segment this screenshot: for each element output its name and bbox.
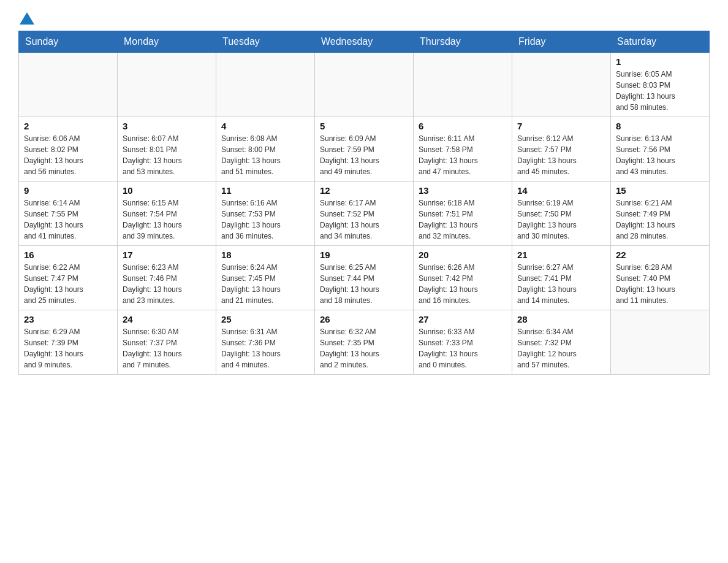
day-number: 25 xyxy=(221,314,309,324)
day-number: 16 xyxy=(24,250,112,260)
day-info: Sunrise: 6:16 AM Sunset: 7:53 PM Dayligh… xyxy=(221,197,309,242)
calendar-cell xyxy=(512,53,611,117)
weekday-header-thursday: Thursday xyxy=(414,31,512,53)
calendar-week-2: 2Sunrise: 6:06 AM Sunset: 8:02 PM Daylig… xyxy=(19,117,710,182)
day-info: Sunrise: 6:27 AM Sunset: 7:41 PM Dayligh… xyxy=(517,262,605,306)
weekday-header-sunday: Sunday xyxy=(19,31,118,53)
day-info: Sunrise: 6:31 AM Sunset: 7:36 PM Dayligh… xyxy=(221,326,309,370)
day-info: Sunrise: 6:09 AM Sunset: 7:59 PM Dayligh… xyxy=(320,133,408,177)
calendar-week-4: 16Sunrise: 6:22 AM Sunset: 7:47 PM Dayli… xyxy=(19,246,710,310)
day-info: Sunrise: 6:15 AM Sunset: 7:54 PM Dayligh… xyxy=(123,197,211,242)
day-number: 8 xyxy=(616,121,704,131)
day-info: Sunrise: 6:33 AM Sunset: 7:33 PM Dayligh… xyxy=(419,326,507,370)
day-number: 11 xyxy=(221,185,309,196)
calendar-cell: 15Sunrise: 6:21 AM Sunset: 7:49 PM Dayli… xyxy=(611,182,710,246)
logo xyxy=(18,12,36,25)
weekday-header-wednesday: Wednesday xyxy=(315,31,414,53)
calendar-cell xyxy=(414,53,512,117)
calendar-cell: 8Sunrise: 6:13 AM Sunset: 7:56 PM Daylig… xyxy=(611,117,710,182)
calendar-header: SundayMondayTuesdayWednesdayThursdayFrid… xyxy=(19,31,710,53)
calendar-cell: 10Sunrise: 6:15 AM Sunset: 7:54 PM Dayli… xyxy=(118,182,216,246)
day-number: 21 xyxy=(517,250,605,260)
calendar-cell: 18Sunrise: 6:24 AM Sunset: 7:45 PM Dayli… xyxy=(216,246,315,310)
calendar-cell: 12Sunrise: 6:17 AM Sunset: 7:52 PM Dayli… xyxy=(315,182,414,246)
calendar-cell xyxy=(315,53,414,117)
day-info: Sunrise: 6:11 AM Sunset: 7:58 PM Dayligh… xyxy=(419,133,507,177)
calendar-cell: 5Sunrise: 6:09 AM Sunset: 7:59 PM Daylig… xyxy=(315,117,414,182)
day-number: 22 xyxy=(616,250,704,260)
calendar-cell: 11Sunrise: 6:16 AM Sunset: 7:53 PM Dayli… xyxy=(216,182,315,246)
calendar-cell: 17Sunrise: 6:23 AM Sunset: 7:46 PM Dayli… xyxy=(118,246,216,310)
calendar-cell: 6Sunrise: 6:11 AM Sunset: 7:58 PM Daylig… xyxy=(414,117,512,182)
calendar-cell: 23Sunrise: 6:29 AM Sunset: 7:39 PM Dayli… xyxy=(19,310,118,375)
day-number: 14 xyxy=(517,185,605,196)
day-info: Sunrise: 6:23 AM Sunset: 7:46 PM Dayligh… xyxy=(123,262,211,306)
calendar-cell: 27Sunrise: 6:33 AM Sunset: 7:33 PM Dayli… xyxy=(414,310,512,375)
calendar-week-5: 23Sunrise: 6:29 AM Sunset: 7:39 PM Dayli… xyxy=(19,310,710,375)
day-info: Sunrise: 6:06 AM Sunset: 8:02 PM Dayligh… xyxy=(24,133,112,177)
day-number: 28 xyxy=(517,314,605,324)
calendar-cell: 20Sunrise: 6:26 AM Sunset: 7:42 PM Dayli… xyxy=(414,246,512,310)
calendar-cell: 3Sunrise: 6:07 AM Sunset: 8:01 PM Daylig… xyxy=(118,117,216,182)
calendar-cell: 24Sunrise: 6:30 AM Sunset: 7:37 PM Dayli… xyxy=(118,310,216,375)
day-number: 3 xyxy=(123,121,211,131)
day-info: Sunrise: 6:17 AM Sunset: 7:52 PM Dayligh… xyxy=(320,197,408,242)
day-number: 7 xyxy=(517,121,605,131)
page-header xyxy=(18,12,710,25)
calendar-week-3: 9Sunrise: 6:14 AM Sunset: 7:55 PM Daylig… xyxy=(19,182,710,246)
day-number: 12 xyxy=(320,185,408,196)
day-number: 13 xyxy=(419,185,507,196)
day-info: Sunrise: 6:26 AM Sunset: 7:42 PM Dayligh… xyxy=(419,262,507,306)
day-info: Sunrise: 6:19 AM Sunset: 7:50 PM Dayligh… xyxy=(517,197,605,242)
day-info: Sunrise: 6:14 AM Sunset: 7:55 PM Dayligh… xyxy=(24,197,112,242)
calendar-table: SundayMondayTuesdayWednesdayThursdayFrid… xyxy=(18,31,710,375)
day-number: 26 xyxy=(320,314,408,324)
day-number: 15 xyxy=(616,185,704,196)
calendar-cell: 26Sunrise: 6:32 AM Sunset: 7:35 PM Dayli… xyxy=(315,310,414,375)
day-info: Sunrise: 6:30 AM Sunset: 7:37 PM Dayligh… xyxy=(123,326,211,370)
day-number: 6 xyxy=(419,121,507,131)
calendar-cell: 19Sunrise: 6:25 AM Sunset: 7:44 PM Dayli… xyxy=(315,246,414,310)
calendar-body: 1Sunrise: 6:05 AM Sunset: 8:03 PM Daylig… xyxy=(19,53,710,375)
day-info: Sunrise: 6:29 AM Sunset: 7:39 PM Dayligh… xyxy=(24,326,112,370)
calendar-cell xyxy=(216,53,315,117)
calendar-cell: 28Sunrise: 6:34 AM Sunset: 7:32 PM Dayli… xyxy=(512,310,611,375)
day-info: Sunrise: 6:24 AM Sunset: 7:45 PM Dayligh… xyxy=(221,262,309,306)
day-info: Sunrise: 6:08 AM Sunset: 8:00 PM Dayligh… xyxy=(221,133,309,177)
day-number: 5 xyxy=(320,121,408,131)
calendar-cell: 25Sunrise: 6:31 AM Sunset: 7:36 PM Dayli… xyxy=(216,310,315,375)
day-number: 17 xyxy=(123,250,211,260)
day-number: 18 xyxy=(221,250,309,260)
day-number: 27 xyxy=(419,314,507,324)
calendar-cell: 1Sunrise: 6:05 AM Sunset: 8:03 PM Daylig… xyxy=(611,53,710,117)
calendar-cell: 13Sunrise: 6:18 AM Sunset: 7:51 PM Dayli… xyxy=(414,182,512,246)
day-info: Sunrise: 6:18 AM Sunset: 7:51 PM Dayligh… xyxy=(419,197,507,242)
weekday-header-monday: Monday xyxy=(118,31,216,53)
calendar-cell: 4Sunrise: 6:08 AM Sunset: 8:00 PM Daylig… xyxy=(216,117,315,182)
calendar-cell: 7Sunrise: 6:12 AM Sunset: 7:57 PM Daylig… xyxy=(512,117,611,182)
day-info: Sunrise: 6:05 AM Sunset: 8:03 PM Dayligh… xyxy=(616,69,704,113)
day-info: Sunrise: 6:25 AM Sunset: 7:44 PM Dayligh… xyxy=(320,262,408,306)
day-number: 23 xyxy=(24,314,112,324)
day-info: Sunrise: 6:13 AM Sunset: 7:56 PM Dayligh… xyxy=(616,133,704,177)
day-number: 4 xyxy=(221,121,309,131)
calendar-week-1: 1Sunrise: 6:05 AM Sunset: 8:03 PM Daylig… xyxy=(19,53,710,117)
day-info: Sunrise: 6:07 AM Sunset: 8:01 PM Dayligh… xyxy=(123,133,211,177)
calendar-cell: 14Sunrise: 6:19 AM Sunset: 7:50 PM Dayli… xyxy=(512,182,611,246)
calendar-cell: 2Sunrise: 6:06 AM Sunset: 8:02 PM Daylig… xyxy=(19,117,118,182)
day-info: Sunrise: 6:34 AM Sunset: 7:32 PM Dayligh… xyxy=(517,326,605,370)
calendar-cell: 22Sunrise: 6:28 AM Sunset: 7:40 PM Dayli… xyxy=(611,246,710,310)
day-number: 24 xyxy=(123,314,211,324)
calendar-cell: 9Sunrise: 6:14 AM Sunset: 7:55 PM Daylig… xyxy=(19,182,118,246)
calendar-cell xyxy=(611,310,710,375)
day-info: Sunrise: 6:32 AM Sunset: 7:35 PM Dayligh… xyxy=(320,326,408,370)
day-info: Sunrise: 6:22 AM Sunset: 7:47 PM Dayligh… xyxy=(24,262,112,306)
weekday-header-friday: Friday xyxy=(512,31,611,53)
calendar-cell: 16Sunrise: 6:22 AM Sunset: 7:47 PM Dayli… xyxy=(19,246,118,310)
calendar-cell xyxy=(118,53,216,117)
calendar-cell: 21Sunrise: 6:27 AM Sunset: 7:41 PM Dayli… xyxy=(512,246,611,310)
calendar-cell xyxy=(19,53,118,117)
day-info: Sunrise: 6:28 AM Sunset: 7:40 PM Dayligh… xyxy=(616,262,704,306)
day-info: Sunrise: 6:21 AM Sunset: 7:49 PM Dayligh… xyxy=(616,197,704,242)
day-number: 10 xyxy=(123,185,211,196)
